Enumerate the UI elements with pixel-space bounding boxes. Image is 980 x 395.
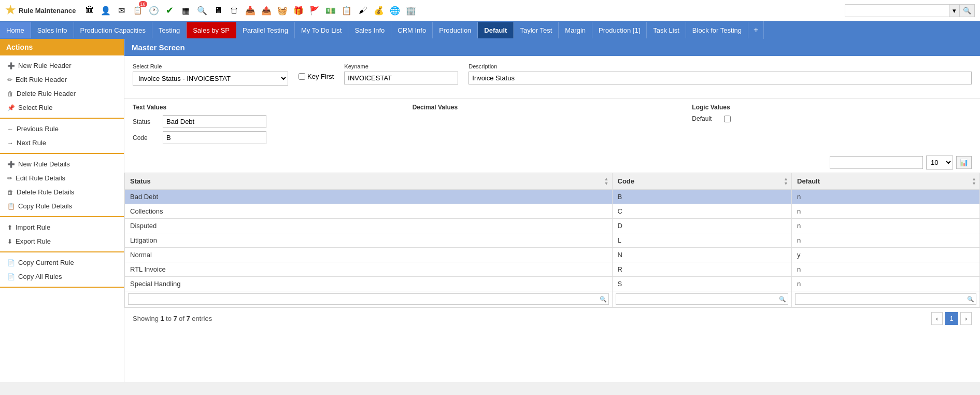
- key-first-checkbox[interactable]: [299, 73, 305, 80]
- page-1-button[interactable]: 1: [945, 312, 958, 325]
- global-search-submit[interactable]: 🔍: [959, 5, 974, 17]
- copy-rule-details-item[interactable]: 📋 Copy Rule Details: [0, 199, 124, 213]
- globe-search-icon[interactable]: 🔍: [195, 3, 209, 18]
- tab-my-to-do-list[interactable]: My To Do List: [295, 22, 349, 38]
- brush-icon[interactable]: 🖌: [356, 3, 370, 18]
- description-input[interactable]: [468, 72, 972, 84]
- dollar2-icon[interactable]: 💰: [372, 3, 386, 18]
- tab-production-1[interactable]: Production [1]: [592, 22, 647, 38]
- values-section: Text Values Status Code Decimal Values L…: [124, 98, 980, 152]
- select-rule-select[interactable]: Invoice Status - INVOICESTAT: [133, 72, 288, 86]
- export-rule-item[interactable]: ⬇ Export Rule: [0, 234, 124, 248]
- cell-code-5: R: [612, 262, 792, 277]
- select-rule-label: Select Rule: [18, 104, 52, 111]
- monitor-icon[interactable]: 🖥: [211, 3, 225, 18]
- building-icon[interactable]: 🏛: [82, 3, 97, 18]
- tab-sales-info[interactable]: Sales Info: [31, 22, 74, 38]
- trash-icon[interactable]: 🗑: [227, 3, 242, 18]
- tab-block-for-testing[interactable]: Block for Testing: [686, 22, 748, 38]
- badge-16-icon[interactable]: 📋 16: [131, 3, 145, 18]
- cell-status-6: Special Handling: [125, 277, 613, 291]
- pagination-info: Showing 1 to 7 of 7 entries: [133, 315, 212, 322]
- tab-sales-by-sp[interactable]: Sales by SP: [187, 22, 236, 38]
- table-row[interactable]: Bad DebtBn: [125, 190, 980, 204]
- code-field: Code: [133, 131, 413, 144]
- envelope-icon[interactable]: ✉: [115, 3, 129, 18]
- tab-parallel-testing[interactable]: Parallel Testing: [236, 22, 295, 38]
- col-default[interactable]: Default ▲▼: [792, 173, 980, 190]
- delete-rule-details-item[interactable]: 🗑 Delete Rule Details: [0, 185, 124, 199]
- grid-icon[interactable]: ▦: [179, 3, 193, 18]
- default-checkbox[interactable]: [724, 116, 731, 122]
- code-label: Code: [133, 134, 159, 142]
- flag-icon[interactable]: 🚩: [307, 3, 322, 18]
- select-rule-item[interactable]: 📌 Select Rule: [0, 101, 124, 115]
- default-col-search[interactable]: [795, 293, 976, 305]
- status-label: Status: [133, 118, 159, 125]
- checkmark-icon[interactable]: ✔: [163, 3, 177, 18]
- cell-code-4: N: [612, 248, 792, 262]
- delete-rule-header-item[interactable]: 🗑 Delete Rule Header: [0, 87, 124, 101]
- sidebar-header: Actions: [0, 39, 124, 55]
- copy-all-rules-item[interactable]: 📄 Copy All Rules: [0, 270, 124, 284]
- table-row[interactable]: DisputedDn: [125, 219, 980, 233]
- tab-task-list[interactable]: Task List: [647, 22, 686, 38]
- globe-icon[interactable]: 🌐: [388, 3, 402, 18]
- global-search-dropdown[interactable]: ▾: [949, 5, 959, 17]
- tab-production-capacities[interactable]: Production Capacities: [74, 22, 152, 38]
- edit-rule-details-item[interactable]: ✏ Edit Rule Details: [0, 171, 124, 185]
- tab-default[interactable]: Default: [478, 22, 514, 38]
- previous-rule-item[interactable]: ← Previous Rule: [0, 122, 124, 136]
- pencil2-icon: ✏: [7, 175, 12, 182]
- export-icon: ⬇: [7, 238, 12, 245]
- status-col-search-wrapper: 🔍: [128, 293, 609, 305]
- copy-icon[interactable]: 📋: [339, 3, 354, 18]
- per-page-select[interactable]: 10 25 50 100: [926, 156, 953, 170]
- sidebar-group-details: ➕ New Rule Details ✏ Edit Rule Details 🗑…: [0, 154, 124, 217]
- import-rule-item[interactable]: ⬆ Import Rule: [0, 220, 124, 234]
- tab-margin[interactable]: Margin: [559, 22, 592, 38]
- basket-icon[interactable]: 🧺: [275, 3, 290, 18]
- table-row[interactable]: NormalNy: [125, 248, 980, 262]
- keyname-input[interactable]: [344, 72, 458, 84]
- global-search-input[interactable]: [845, 5, 949, 17]
- download-icon[interactable]: 📥: [243, 3, 258, 18]
- table-row[interactable]: CollectionsCn: [125, 204, 980, 219]
- gift-icon[interactable]: 🎁: [291, 3, 306, 18]
- col-code[interactable]: Code ▲▼: [612, 173, 792, 190]
- pin-icon: 📌: [7, 104, 15, 111]
- table-row[interactable]: RTL InvoiceRn: [125, 262, 980, 277]
- prev-page-button[interactable]: ‹: [931, 312, 943, 325]
- edit-rule-header-item[interactable]: ✏ Edit Rule Header: [0, 73, 124, 87]
- tab-taylor-test[interactable]: Taylor Test: [514, 22, 559, 38]
- col-status[interactable]: Status ▲▼: [125, 173, 613, 190]
- upload-icon[interactable]: 📤: [259, 3, 274, 18]
- tab-sales-info2[interactable]: Sales Info: [348, 22, 391, 38]
- copy-current-rule-item[interactable]: 📄 Copy Current Rule: [0, 256, 124, 270]
- table-row[interactable]: LitigationLn: [125, 233, 980, 248]
- sidebar-group-navigation: ← Previous Rule → Next Rule: [0, 119, 124, 154]
- table-row[interactable]: Special HandlingSn: [125, 277, 980, 291]
- tab-home[interactable]: Home: [0, 22, 31, 38]
- person-icon[interactable]: 👤: [98, 3, 113, 18]
- next-rule-item[interactable]: → Next Rule: [0, 136, 124, 150]
- status-col-search[interactable]: [128, 293, 609, 305]
- cell-code-0: B: [612, 190, 792, 204]
- table-search-input[interactable]: [830, 156, 923, 169]
- clock-icon[interactable]: 🕐: [147, 3, 161, 18]
- tab-production[interactable]: Production: [433, 22, 478, 38]
- tab-crm-info[interactable]: CRM Info: [391, 22, 433, 38]
- new-rule-header-item[interactable]: ➕ New Rule Header: [0, 59, 124, 73]
- star-icon: ★: [5, 4, 16, 17]
- next-page-button[interactable]: ›: [960, 312, 972, 325]
- tab-add[interactable]: +: [748, 21, 764, 39]
- code-input[interactable]: [163, 131, 266, 144]
- dollar-icon[interactable]: 💵: [323, 3, 338, 18]
- status-input[interactable]: [163, 115, 266, 128]
- building2-icon[interactable]: 🏢: [404, 3, 418, 18]
- code-sort-arrows: ▲▼: [784, 177, 788, 186]
- tab-testing[interactable]: Testing: [152, 22, 187, 38]
- new-rule-details-item[interactable]: ➕ New Rule Details: [0, 157, 124, 171]
- export-button[interactable]: 📊: [956, 156, 972, 169]
- code-col-search[interactable]: [616, 293, 789, 305]
